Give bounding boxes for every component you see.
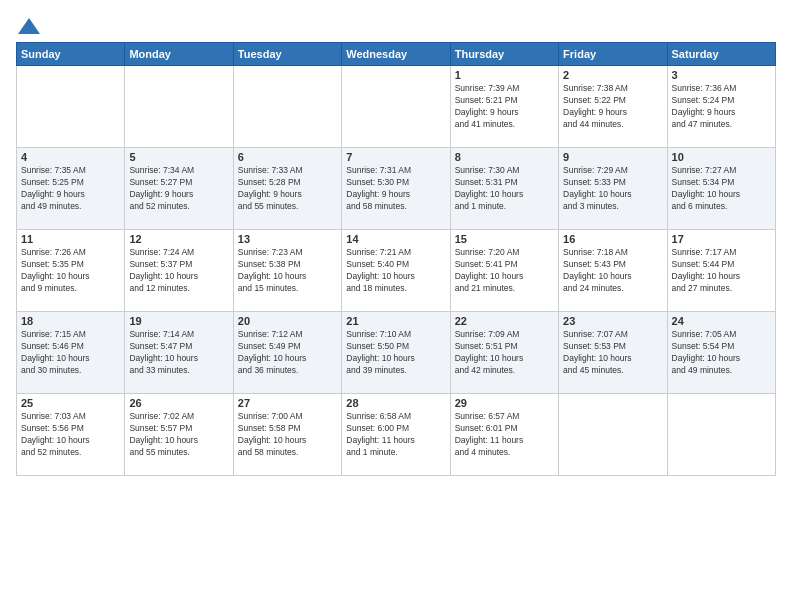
calendar-cell — [559, 394, 667, 476]
week-row-1: 1Sunrise: 7:39 AM Sunset: 5:21 PM Daylig… — [17, 66, 776, 148]
calendar-cell — [17, 66, 125, 148]
day-detail: Sunrise: 7:09 AM Sunset: 5:51 PM Dayligh… — [455, 329, 554, 377]
weekday-header-friday: Friday — [559, 43, 667, 66]
calendar-cell: 2Sunrise: 7:38 AM Sunset: 5:22 PM Daylig… — [559, 66, 667, 148]
week-row-4: 18Sunrise: 7:15 AM Sunset: 5:46 PM Dayli… — [17, 312, 776, 394]
day-number: 7 — [346, 151, 445, 163]
day-detail: Sunrise: 7:23 AM Sunset: 5:38 PM Dayligh… — [238, 247, 337, 295]
weekday-header-row: SundayMondayTuesdayWednesdayThursdayFrid… — [17, 43, 776, 66]
day-number: 9 — [563, 151, 662, 163]
calendar-cell: 25Sunrise: 7:03 AM Sunset: 5:56 PM Dayli… — [17, 394, 125, 476]
week-row-5: 25Sunrise: 7:03 AM Sunset: 5:56 PM Dayli… — [17, 394, 776, 476]
day-detail: Sunrise: 7:21 AM Sunset: 5:40 PM Dayligh… — [346, 247, 445, 295]
header — [16, 16, 776, 34]
day-detail: Sunrise: 7:18 AM Sunset: 5:43 PM Dayligh… — [563, 247, 662, 295]
day-number: 17 — [672, 233, 771, 245]
day-detail: Sunrise: 7:29 AM Sunset: 5:33 PM Dayligh… — [563, 165, 662, 213]
weekday-header-saturday: Saturday — [667, 43, 775, 66]
day-number: 16 — [563, 233, 662, 245]
day-number: 26 — [129, 397, 228, 409]
day-number: 1 — [455, 69, 554, 81]
day-detail: Sunrise: 7:33 AM Sunset: 5:28 PM Dayligh… — [238, 165, 337, 213]
calendar-cell: 22Sunrise: 7:09 AM Sunset: 5:51 PM Dayli… — [450, 312, 558, 394]
calendar-table: SundayMondayTuesdayWednesdayThursdayFrid… — [16, 42, 776, 476]
calendar-cell: 7Sunrise: 7:31 AM Sunset: 5:30 PM Daylig… — [342, 148, 450, 230]
calendar-cell: 14Sunrise: 7:21 AM Sunset: 5:40 PM Dayli… — [342, 230, 450, 312]
calendar-cell: 6Sunrise: 7:33 AM Sunset: 5:28 PM Daylig… — [233, 148, 341, 230]
calendar-cell: 28Sunrise: 6:58 AM Sunset: 6:00 PM Dayli… — [342, 394, 450, 476]
calendar-cell: 20Sunrise: 7:12 AM Sunset: 5:49 PM Dayli… — [233, 312, 341, 394]
day-detail: Sunrise: 7:27 AM Sunset: 5:34 PM Dayligh… — [672, 165, 771, 213]
day-number: 4 — [21, 151, 120, 163]
day-detail: Sunrise: 7:26 AM Sunset: 5:35 PM Dayligh… — [21, 247, 120, 295]
day-number: 5 — [129, 151, 228, 163]
calendar-cell: 1Sunrise: 7:39 AM Sunset: 5:21 PM Daylig… — [450, 66, 558, 148]
day-number: 19 — [129, 315, 228, 327]
day-detail: Sunrise: 7:38 AM Sunset: 5:22 PM Dayligh… — [563, 83, 662, 131]
svg-marker-0 — [18, 18, 40, 34]
logo-icon — [18, 16, 40, 38]
day-number: 10 — [672, 151, 771, 163]
calendar-cell — [342, 66, 450, 148]
weekday-header-monday: Monday — [125, 43, 233, 66]
day-detail: Sunrise: 7:10 AM Sunset: 5:50 PM Dayligh… — [346, 329, 445, 377]
day-detail: Sunrise: 7:03 AM Sunset: 5:56 PM Dayligh… — [21, 411, 120, 459]
calendar-cell: 11Sunrise: 7:26 AM Sunset: 5:35 PM Dayli… — [17, 230, 125, 312]
weekday-header-sunday: Sunday — [17, 43, 125, 66]
weekday-header-tuesday: Tuesday — [233, 43, 341, 66]
calendar-cell — [667, 394, 775, 476]
day-number: 24 — [672, 315, 771, 327]
week-row-3: 11Sunrise: 7:26 AM Sunset: 5:35 PM Dayli… — [17, 230, 776, 312]
calendar-cell: 15Sunrise: 7:20 AM Sunset: 5:41 PM Dayli… — [450, 230, 558, 312]
day-detail: Sunrise: 7:07 AM Sunset: 5:53 PM Dayligh… — [563, 329, 662, 377]
weekday-header-thursday: Thursday — [450, 43, 558, 66]
day-number: 11 — [21, 233, 120, 245]
day-number: 18 — [21, 315, 120, 327]
day-detail: Sunrise: 6:58 AM Sunset: 6:00 PM Dayligh… — [346, 411, 445, 459]
logo — [16, 16, 40, 34]
day-number: 23 — [563, 315, 662, 327]
page: SundayMondayTuesdayWednesdayThursdayFrid… — [0, 0, 792, 612]
day-number: 2 — [563, 69, 662, 81]
day-number: 12 — [129, 233, 228, 245]
day-number: 13 — [238, 233, 337, 245]
calendar-cell: 4Sunrise: 7:35 AM Sunset: 5:25 PM Daylig… — [17, 148, 125, 230]
day-detail: Sunrise: 7:15 AM Sunset: 5:46 PM Dayligh… — [21, 329, 120, 377]
calendar-cell: 24Sunrise: 7:05 AM Sunset: 5:54 PM Dayli… — [667, 312, 775, 394]
calendar-cell — [233, 66, 341, 148]
calendar-cell: 23Sunrise: 7:07 AM Sunset: 5:53 PM Dayli… — [559, 312, 667, 394]
day-detail: Sunrise: 7:24 AM Sunset: 5:37 PM Dayligh… — [129, 247, 228, 295]
day-detail: Sunrise: 7:17 AM Sunset: 5:44 PM Dayligh… — [672, 247, 771, 295]
calendar-cell: 19Sunrise: 7:14 AM Sunset: 5:47 PM Dayli… — [125, 312, 233, 394]
day-detail: Sunrise: 7:14 AM Sunset: 5:47 PM Dayligh… — [129, 329, 228, 377]
day-detail: Sunrise: 7:36 AM Sunset: 5:24 PM Dayligh… — [672, 83, 771, 131]
calendar-cell: 8Sunrise: 7:30 AM Sunset: 5:31 PM Daylig… — [450, 148, 558, 230]
day-detail: Sunrise: 7:12 AM Sunset: 5:49 PM Dayligh… — [238, 329, 337, 377]
calendar-cell: 18Sunrise: 7:15 AM Sunset: 5:46 PM Dayli… — [17, 312, 125, 394]
day-number: 15 — [455, 233, 554, 245]
day-number: 20 — [238, 315, 337, 327]
day-detail: Sunrise: 7:00 AM Sunset: 5:58 PM Dayligh… — [238, 411, 337, 459]
calendar-cell — [125, 66, 233, 148]
calendar-cell: 27Sunrise: 7:00 AM Sunset: 5:58 PM Dayli… — [233, 394, 341, 476]
day-number: 27 — [238, 397, 337, 409]
day-detail: Sunrise: 7:30 AM Sunset: 5:31 PM Dayligh… — [455, 165, 554, 213]
day-detail: Sunrise: 7:02 AM Sunset: 5:57 PM Dayligh… — [129, 411, 228, 459]
calendar-cell: 21Sunrise: 7:10 AM Sunset: 5:50 PM Dayli… — [342, 312, 450, 394]
day-number: 8 — [455, 151, 554, 163]
day-number: 29 — [455, 397, 554, 409]
calendar-cell: 12Sunrise: 7:24 AM Sunset: 5:37 PM Dayli… — [125, 230, 233, 312]
day-detail: Sunrise: 7:39 AM Sunset: 5:21 PM Dayligh… — [455, 83, 554, 131]
day-number: 22 — [455, 315, 554, 327]
day-detail: Sunrise: 7:31 AM Sunset: 5:30 PM Dayligh… — [346, 165, 445, 213]
day-detail: Sunrise: 6:57 AM Sunset: 6:01 PM Dayligh… — [455, 411, 554, 459]
day-detail: Sunrise: 7:35 AM Sunset: 5:25 PM Dayligh… — [21, 165, 120, 213]
calendar-cell: 16Sunrise: 7:18 AM Sunset: 5:43 PM Dayli… — [559, 230, 667, 312]
weekday-header-wednesday: Wednesday — [342, 43, 450, 66]
day-number: 6 — [238, 151, 337, 163]
calendar-cell: 9Sunrise: 7:29 AM Sunset: 5:33 PM Daylig… — [559, 148, 667, 230]
day-detail: Sunrise: 7:20 AM Sunset: 5:41 PM Dayligh… — [455, 247, 554, 295]
calendar-cell: 29Sunrise: 6:57 AM Sunset: 6:01 PM Dayli… — [450, 394, 558, 476]
day-number: 3 — [672, 69, 771, 81]
day-detail: Sunrise: 7:34 AM Sunset: 5:27 PM Dayligh… — [129, 165, 228, 213]
